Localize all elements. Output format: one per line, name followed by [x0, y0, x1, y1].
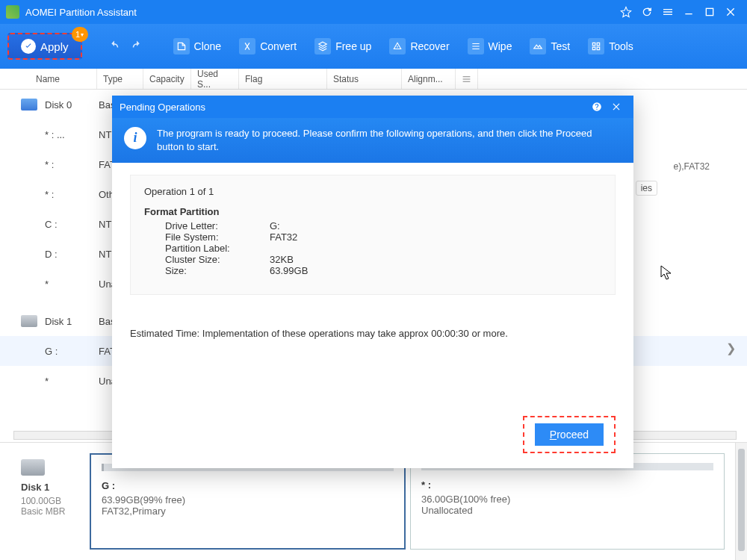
- help-icon[interactable]: [587, 102, 607, 112]
- detail-value: 63.99GB: [270, 265, 308, 276]
- partition-name: * : ...: [45, 129, 99, 140]
- minimize-icon[interactable]: [678, 1, 699, 22]
- svg-rect-1: [706, 8, 713, 15]
- part-box-size: 63.99GB(99% free): [102, 494, 394, 505]
- part-box-name: G :: [102, 480, 394, 491]
- partition-name: *: [45, 376, 99, 387]
- titlebar: AOMEI Partition Assistant: [0, 0, 747, 24]
- detail-value: G:: [270, 220, 280, 231]
- partition-name: D :: [45, 249, 99, 260]
- tool-label: Test: [551, 40, 570, 52]
- app-logo-icon: [6, 5, 19, 19]
- partition-name: * :: [45, 159, 99, 170]
- partition-name: * :: [45, 189, 99, 200]
- header-name[interactable]: Name: [0, 69, 97, 89]
- tool-label: Tools: [609, 40, 633, 52]
- header-alignment[interactable]: Alignm...: [402, 69, 456, 89]
- partition-name: G :: [45, 346, 99, 357]
- operation-detail-row: Size:63.99GB: [165, 265, 601, 276]
- tools-icon: [588, 38, 604, 55]
- free up-icon: [314, 38, 331, 55]
- fav-icon[interactable]: [616, 1, 636, 22]
- clone-icon: [173, 38, 190, 55]
- header-columns-icon[interactable]: [456, 69, 478, 89]
- disk-name: Disk 1: [45, 316, 99, 327]
- detail-label: Partition Label:: [165, 243, 270, 254]
- detail-label: Size:: [165, 265, 270, 276]
- redo-button[interactable]: [128, 38, 145, 55]
- v-scrollbar[interactable]: [735, 443, 747, 560]
- detail-value: 32KB: [270, 254, 294, 265]
- refresh-icon[interactable]: [636, 1, 657, 22]
- disk-icon: [21, 459, 45, 476]
- disk-name: Disk 0: [45, 99, 99, 111]
- check-icon: [21, 39, 36, 54]
- tool-clone[interactable]: Clone: [173, 38, 222, 55]
- dialog-title: Pending Operations: [120, 102, 205, 113]
- tool-label: Free up: [335, 40, 371, 52]
- app-title: AOMEI Partition Assistant: [25, 7, 137, 18]
- proceed-button[interactable]: Proceed: [535, 423, 604, 446]
- main-toolbar: Apply 1 CloneConvertFree upRecoverWipeTe…: [0, 24, 747, 69]
- operation-detail-row: Cluster Size:32KB: [165, 254, 601, 265]
- proceed-highlight: Proceed: [523, 416, 616, 453]
- operation-count: Operation 1 of 1: [144, 186, 601, 197]
- detail-value: FAT32: [270, 231, 297, 243]
- operation-detail-row: Partition Label:: [165, 243, 601, 254]
- detail-label: File System:: [165, 231, 270, 243]
- disk-summary-type: Basic MBR: [21, 506, 90, 517]
- info-icon: i: [124, 127, 146, 149]
- tool-test[interactable]: Test: [530, 38, 570, 55]
- apply-label: Apply: [40, 40, 69, 53]
- header-capacity[interactable]: Capacity: [143, 69, 191, 89]
- disk-table-header: Name Type Capacity Used S... Flag Status…: [0, 69, 747, 90]
- dialog-message: The program is ready to proceed. Please …: [157, 127, 622, 154]
- apply-button[interactable]: Apply 1: [7, 33, 82, 60]
- properties-button[interactable]: ies: [636, 181, 657, 196]
- tool-convert[interactable]: Convert: [239, 38, 297, 55]
- cursor-icon: [660, 265, 672, 280]
- close-icon[interactable]: [720, 1, 741, 22]
- disk-icon: [21, 315, 37, 327]
- tool-label: Recover: [410, 40, 449, 52]
- estimated-time: Estimated Time: Implementation of these …: [130, 328, 616, 339]
- tool-label: Wipe: [489, 40, 512, 52]
- apply-badge[interactable]: 1: [72, 27, 88, 42]
- tool-free-up[interactable]: Free up: [314, 38, 371, 55]
- part-box-size: 36.00GB(100% free): [421, 494, 713, 505]
- header-flag[interactable]: Flag: [239, 69, 327, 89]
- disk-summary-size: 100.00GB: [21, 496, 90, 506]
- detail-label: Cluster Size:: [165, 254, 270, 265]
- svg-rect-0: [685, 13, 692, 14]
- maximize-icon[interactable]: [699, 1, 720, 22]
- expand-arrow-icon[interactable]: ❯: [723, 340, 738, 355]
- tool-label: Clone: [194, 40, 222, 52]
- header-status[interactable]: Status: [327, 69, 402, 89]
- test-icon: [530, 38, 546, 55]
- disk-icon: [21, 99, 37, 111]
- header-type[interactable]: Type: [97, 69, 143, 89]
- detail-label: Drive Letter:: [165, 220, 270, 231]
- operation-title: Format Partition: [144, 206, 601, 217]
- partition-name: C :: [45, 219, 99, 230]
- header-used[interactable]: Used S...: [191, 69, 239, 89]
- part-box-name: * :: [421, 479, 713, 491]
- menu-icon[interactable]: [657, 1, 678, 22]
- convert-icon: [239, 38, 255, 55]
- pending-operations-dialog: Pending Operations i The program is read…: [112, 96, 633, 468]
- disk-summary-name: Disk 1: [21, 482, 90, 493]
- wipe-icon: [468, 38, 484, 55]
- tool-tools[interactable]: Tools: [588, 38, 633, 55]
- tool-recover[interactable]: Recover: [389, 38, 449, 55]
- tool-label: Convert: [260, 40, 297, 52]
- undo-button[interactable]: [106, 38, 123, 55]
- tool-wipe[interactable]: Wipe: [468, 38, 512, 55]
- dialog-close-icon[interactable]: [607, 102, 626, 112]
- part-box-fs: Unallocated: [421, 505, 713, 516]
- part-box-fs: FAT32,Primary: [102, 505, 394, 517]
- truncated-label: e),FAT32: [674, 161, 710, 172]
- recover-icon: [389, 38, 406, 55]
- dialog-titlebar[interactable]: Pending Operations: [112, 96, 633, 118]
- operation-detail-row: Drive Letter:G:: [165, 220, 601, 231]
- operation-detail-row: File System:FAT32: [165, 231, 601, 243]
